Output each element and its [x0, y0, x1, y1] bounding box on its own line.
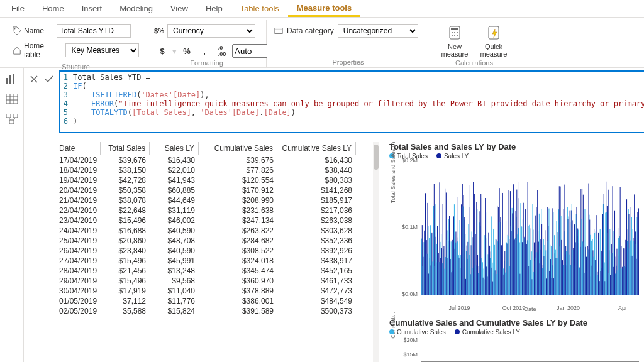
table-visual[interactable]: DateTotal SalesSales LYCumulative SalesC…: [55, 142, 373, 362]
quick-measure-button[interactable]: Quick measure: [477, 24, 511, 58]
formula-cancel-button[interactable]: [28, 73, 40, 85]
decimal-decrease-icon[interactable]: .0.00: [214, 44, 230, 58]
measure-name-input[interactable]: [57, 24, 131, 38]
svg-rect-131: [483, 278, 484, 295]
svg-rect-223: [533, 230, 533, 295]
svg-rect-313: [582, 189, 582, 295]
svg-rect-409: [634, 194, 635, 295]
svg-rect-317: [584, 273, 585, 295]
svg-rect-81: [455, 231, 456, 295]
table-row[interactable]: 30/04/2019$17,919$11,040$378,889$472,773: [55, 286, 373, 296]
svg-rect-191: [516, 211, 516, 295]
svg-rect-69: [449, 216, 450, 295]
svg-rect-351: [602, 214, 603, 295]
table-row[interactable]: 26/04/2019$23,840$40,590$308,522$392,926: [55, 246, 373, 256]
table-cell: $80,383: [277, 175, 356, 185]
percent-button[interactable]: %: [179, 44, 194, 58]
chart-title: Cumulative Sales and Cumulative Sales LY…: [389, 318, 639, 327]
column-header[interactable]: Total Sales: [101, 142, 150, 155]
model-view-button[interactable]: [4, 112, 20, 126]
table-row[interactable]: 21/04/2019$38,078$44,649$208,990$185,917: [55, 195, 373, 206]
menu-item-insert[interactable]: Insert: [73, 1, 111, 16]
table-cell: $45,991: [150, 256, 199, 266]
svg-rect-359: [607, 206, 608, 295]
svg-rect-343: [598, 233, 599, 295]
thousands-button[interactable]: ,: [197, 44, 212, 58]
table-row[interactable]: 18/04/2019$38,150$22,010$77,826$38,440: [55, 165, 373, 175]
data-category-label: Data category: [287, 26, 334, 35]
data-view-button[interactable]: [4, 92, 20, 106]
table-cell: $303,628: [277, 226, 356, 236]
svg-rect-17: [9, 120, 14, 124]
table-row[interactable]: 24/04/2019$16,688$40,590$263,822$303,628: [55, 226, 373, 236]
category-icon: [274, 26, 283, 35]
table-row[interactable]: 23/04/2019$15,496$46,002$247,134$263,038: [55, 216, 373, 226]
home-table-select[interactable]: Key Measures: [65, 43, 139, 57]
menu-item-modeling[interactable]: Modeling: [111, 1, 162, 16]
menu-item-help[interactable]: Help: [197, 1, 231, 16]
column-header[interactable]: Sales LY: [150, 142, 199, 155]
table-cell: $42,728: [101, 175, 150, 185]
table-cell: 21/04/2019: [55, 195, 101, 206]
menu-item-home[interactable]: Home: [33, 1, 73, 16]
column-header[interactable]: Date: [55, 142, 101, 155]
svg-rect-241: [543, 265, 543, 295]
table-row[interactable]: 22/04/2019$22,648$31,119$231,638$217,036: [55, 206, 373, 216]
table-row[interactable]: 02/05/2019$5,588$15,824$391,589$500,373: [55, 306, 373, 316]
decimals-input[interactable]: [232, 44, 267, 58]
svg-rect-405: [632, 256, 633, 295]
svg-rect-259: [552, 208, 553, 295]
svg-rect-261: [553, 278, 554, 295]
table-cell: $500,373: [277, 306, 356, 316]
menu-item-file[interactable]: File: [3, 1, 33, 16]
svg-rect-307: [579, 243, 579, 295]
table-cell: 30/04/2019: [55, 286, 101, 296]
table-row[interactable]: 27/04/2019$15,496$45,991$324,018$438,917: [55, 256, 373, 266]
svg-rect-263: [555, 253, 555, 295]
chart-cumulative-sales[interactable]: Cumulative Sales and Cumulative Sales LY…: [389, 318, 639, 362]
data-category-select[interactable]: Uncategorized: [338, 24, 418, 38]
table-row[interactable]: 17/04/2019$39,676$16,430$39,676$16,430: [55, 155, 373, 165]
report-view-button[interactable]: [4, 72, 20, 85]
svg-rect-93: [462, 184, 463, 295]
svg-rect-77: [453, 216, 454, 295]
table-body: 17/04/2019$39,676$16,430$39,676$16,43018…: [55, 155, 373, 362]
svg-rect-12: [9, 75, 11, 84]
table-row[interactable]: 20/04/2019$50,358$60,885$170,912$141,268: [55, 185, 373, 195]
svg-rect-59: [443, 246, 444, 295]
svg-rect-133: [484, 279, 484, 295]
scrollbar-thumb[interactable]: [374, 145, 379, 170]
table-row[interactable]: 29/04/2019$15,496$9,568$360,970$461,733: [55, 276, 373, 286]
table-row[interactable]: 25/04/2019$20,860$48,708$284,682$352,336: [55, 236, 373, 246]
svg-rect-51: [439, 182, 440, 295]
table-row[interactable]: 28/04/2019$21,456$13,248$345,474$452,165: [55, 266, 373, 276]
svg-rect-239: [541, 224, 542, 295]
svg-rect-35: [431, 265, 431, 295]
chart-total-sales[interactable]: Total Sales and Sales LY by Date Total S…: [389, 142, 639, 312]
svg-rect-127: [480, 194, 481, 295]
svg-rect-45: [436, 262, 436, 295]
formula-commit-button[interactable]: [43, 73, 55, 85]
new-measure-button[interactable]: New measure: [438, 24, 472, 58]
svg-rect-273: [560, 187, 560, 295]
currency-button[interactable]: $: [155, 44, 170, 58]
svg-rect-411: [635, 231, 636, 295]
svg-rect-207: [524, 237, 525, 295]
menu-item-table-tools[interactable]: Table tools: [231, 1, 288, 16]
column-header[interactable]: Cumulative Sales LY: [277, 142, 356, 155]
table-row[interactable]: 01/05/2019$7,112$11,776$386,001$484,549: [55, 296, 373, 306]
svg-rect-33: [430, 258, 430, 295]
svg-rect-295: [572, 220, 573, 295]
svg-rect-113: [473, 182, 474, 295]
format-select[interactable]: Currency: [167, 24, 255, 38]
svg-rect-31: [428, 273, 429, 295]
svg-rect-389: [623, 248, 624, 295]
formula-bar[interactable]: 1Total Sales YTD =2IF(3 ISFILTERED('Date…: [59, 70, 644, 133]
menu-item-measure-tools[interactable]: Measure tools: [288, 1, 360, 17]
vertical-scrollbar[interactable]: [373, 142, 379, 362]
table-cell: $40,590: [150, 226, 199, 236]
svg-rect-225: [534, 243, 535, 295]
menu-item-view[interactable]: View: [162, 1, 197, 16]
column-header[interactable]: Cumulative Sales: [199, 142, 277, 155]
table-row[interactable]: 19/04/2019$42,728$41,943$120,554$80,383: [55, 175, 373, 185]
